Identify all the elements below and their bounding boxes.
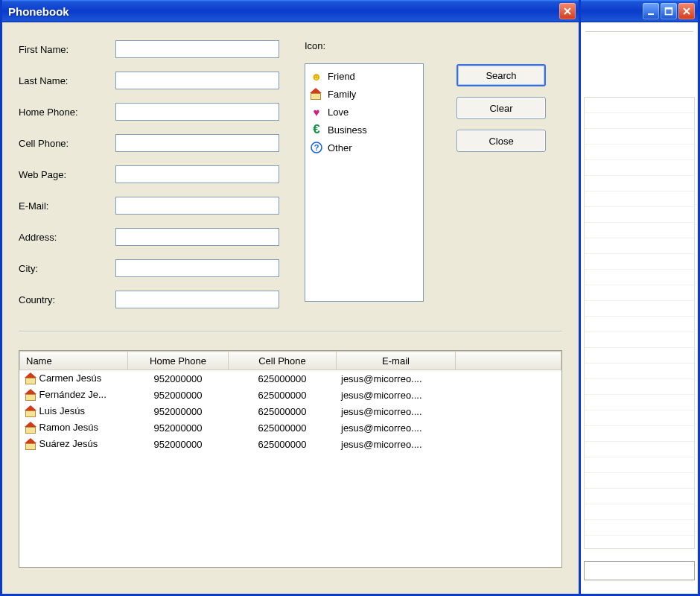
col-email[interactable]: E-mail	[337, 352, 456, 370]
heart-icon: ♥	[310, 105, 323, 118]
table-row	[20, 452, 561, 469]
phonebook-body: First Name: Last Name: Home Phone: Cell …	[2, 22, 579, 594]
phonebook-window: Phonebook First Name: Last Name: Home Ph…	[0, 0, 581, 596]
form-area: First Name: Last Name: Home Phone: Cell …	[19, 40, 562, 322]
cell-empty	[456, 436, 561, 452]
icon-item-label: Other	[328, 142, 352, 153]
first-name-label: First Name:	[19, 44, 115, 55]
results-grid[interactable]: Name Home Phone Cell Phone E-mail Carmen…	[19, 350, 562, 568]
table-row[interactable]: Suárez Jesús952000000625000000jesus@mico…	[20, 436, 561, 452]
icon-item-business[interactable]: € Business	[308, 121, 420, 139]
cell-name[interactable]: Ramon Jesús	[20, 419, 128, 436]
last-name-input[interactable]	[115, 72, 279, 89]
background-input[interactable]	[584, 561, 695, 580]
house-icon	[25, 422, 36, 434]
cell-cell-phone: 625000000	[229, 403, 337, 419]
home-phone-input[interactable]	[115, 103, 279, 121]
clear-button[interactable]: Clear	[456, 97, 546, 119]
smiley-icon: ☻	[310, 69, 323, 83]
icon-item-love[interactable]: ♥ Love	[308, 103, 420, 121]
table-row[interactable]: Carmen Jesús952000000625000000jesus@mico…	[20, 370, 561, 387]
table-row[interactable]: Fernández Je...952000000625000000jesus@m…	[20, 387, 561, 403]
house-icon	[25, 405, 36, 417]
cell-home-phone: 952000000	[128, 403, 229, 419]
cell-name[interactable]: Carmen Jesús	[20, 370, 128, 387]
cell-name[interactable]: Fernández Je...	[20, 387, 128, 403]
email-label: E-Mail:	[19, 200, 115, 212]
email-input[interactable]	[115, 197, 279, 215]
icon-column: Icon: ☻ Friend Family ♥ Love	[305, 40, 431, 322]
table-row[interactable]: Ramon Jesús952000000625000000jesus@micor…	[20, 419, 561, 436]
table-header-row[interactable]: Name Home Phone Cell Phone E-mail	[20, 352, 561, 370]
cell-name[interactable]: Luis Jesús	[20, 403, 128, 419]
cell-empty	[456, 387, 561, 403]
window-title: Phonebook	[8, 5, 558, 18]
cell-cell-phone: 625000000	[229, 419, 337, 436]
cell-cell-phone: 625000000	[229, 370, 337, 387]
cell-email: jesus@micorreo....	[337, 419, 456, 436]
background-minimize-button[interactable]	[643, 3, 659, 19]
background-list[interactable]	[584, 97, 695, 549]
buttons-column: Search Clear Close	[456, 40, 553, 322]
cell-phone-label: Cell Phone:	[19, 138, 115, 149]
background-window	[581, 0, 700, 596]
house-icon	[25, 389, 36, 401]
web-page-input[interactable]	[115, 165, 279, 183]
icon-item-label: Business	[328, 124, 367, 136]
table-row	[20, 469, 561, 485]
separator	[19, 331, 562, 332]
city-label: City:	[19, 263, 115, 274]
country-label: Country:	[19, 294, 115, 305]
country-input[interactable]	[115, 291, 279, 308]
cell-home-phone: 952000000	[128, 387, 229, 403]
cell-cell-phone: 625000000	[229, 436, 337, 452]
icon-section-label: Icon:	[305, 40, 431, 51]
cell-empty	[456, 403, 561, 419]
close-button[interactable]: Close	[456, 130, 546, 152]
cell-email: jesus@micorreo....	[337, 370, 456, 387]
search-button[interactable]: Search	[456, 64, 546, 86]
table-row[interactable]: Luis Jesús952000000625000000jesus@micorr…	[20, 403, 561, 419]
table-row	[20, 485, 561, 501]
phonebook-titlebar[interactable]: Phonebook	[2, 0, 579, 22]
first-name-input[interactable]	[115, 40, 279, 58]
cell-home-phone: 952000000	[128, 436, 229, 452]
city-input[interactable]	[115, 259, 279, 277]
col-cell-phone[interactable]: Cell Phone	[229, 352, 337, 370]
cell-empty	[456, 419, 561, 436]
cell-phone-input[interactable]	[115, 134, 279, 152]
last-name-label: Last Name:	[19, 75, 115, 86]
svg-rect-2	[666, 8, 672, 10]
fields-column: First Name: Last Name: Home Phone: Cell …	[19, 40, 279, 322]
house-icon	[25, 438, 36, 450]
icon-item-label: Love	[328, 107, 349, 118]
cell-home-phone: 952000000	[128, 419, 229, 436]
address-input[interactable]	[115, 228, 279, 246]
cell-cell-phone: 625000000	[229, 387, 337, 403]
table-row	[20, 501, 561, 518]
icon-item-other[interactable]: ? Other	[308, 139, 420, 156]
svg-rect-0	[648, 13, 654, 15]
house-icon	[310, 87, 323, 101]
address-label: Address:	[19, 232, 115, 243]
col-home-phone[interactable]: Home Phone	[128, 352, 229, 370]
icon-item-friend[interactable]: ☻ Friend	[308, 67, 420, 85]
table-row	[20, 534, 561, 551]
background-close-button[interactable]	[678, 3, 695, 19]
cell-empty	[456, 370, 561, 387]
col-empty[interactable]	[456, 352, 561, 370]
phonebook-close-button[interactable]	[559, 3, 576, 19]
table-row	[20, 518, 561, 534]
background-maximize-button[interactable]	[661, 3, 677, 19]
cell-home-phone: 952000000	[128, 370, 229, 387]
icon-item-family[interactable]: Family	[308, 85, 420, 103]
icon-item-label: Family	[328, 89, 356, 100]
col-name[interactable]: Name	[20, 352, 128, 370]
cell-name[interactable]: Suárez Jesús	[20, 436, 128, 452]
home-phone-label: Home Phone:	[19, 107, 115, 118]
icon-listbox[interactable]: ☻ Friend Family ♥ Love € Business	[305, 63, 424, 302]
icon-item-label: Friend	[328, 71, 355, 82]
web-page-label: Web Page:	[19, 169, 115, 180]
euro-icon: €	[310, 123, 323, 136]
cell-email: jesus@micorreo....	[337, 387, 456, 403]
